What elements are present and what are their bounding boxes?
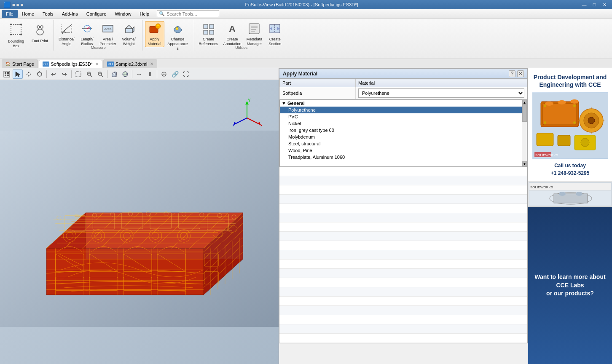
minimize-button[interactable]: — bbox=[580, 1, 588, 8]
search-icon: 🔍 bbox=[159, 11, 165, 16]
material-dropdown[interactable]: Polyurethene PVC Nickel Iron, grey cast … bbox=[358, 88, 524, 98]
material-item-iron[interactable]: Iron, grey cast type 60 bbox=[280, 127, 522, 134]
foot-print-label: Foot Print bbox=[32, 39, 48, 43]
svg-rect-41 bbox=[5, 72, 6, 74]
material-item-nickel[interactable]: Nickel bbox=[280, 120, 522, 127]
material-item-aluminum[interactable]: Treadplate, Aluminum 1060 bbox=[280, 154, 522, 161]
tb-select-box[interactable] bbox=[73, 70, 83, 79]
search-input[interactable] bbox=[166, 11, 217, 16]
panel-header: Apply Material ? ✕ bbox=[279, 69, 527, 79]
tab-sample-icon: 3D bbox=[107, 62, 114, 67]
grid-row-2 bbox=[279, 176, 527, 185]
tb-zoom-fit[interactable] bbox=[84, 70, 94, 79]
tab-softpedia-close[interactable]: ✕ bbox=[95, 62, 99, 67]
3d-model-svg bbox=[0, 93, 279, 364]
tab-sample-close[interactable]: ✕ bbox=[150, 62, 153, 66]
tab-softpedia[interactable]: 3D Softpedia.igs.ES3D* ✕ bbox=[39, 60, 102, 68]
tab-sample[interactable]: 3D Sample2.3dxml ✕ bbox=[103, 59, 157, 68]
title-bar-title: EnSuite-View (Build 20160203) - [Softped… bbox=[23, 2, 580, 7]
maximize-button[interactable]: □ bbox=[590, 1, 599, 8]
panel-title: Apply Material bbox=[283, 71, 317, 77]
svg-rect-203 bbox=[554, 194, 588, 203]
tab-start-page[interactable]: 🏠 Start Page bbox=[2, 59, 38, 68]
area-perimeter-button[interactable]: Area Area /Perimeter bbox=[98, 21, 118, 47]
title-bar-controls[interactable]: — □ ✕ bbox=[580, 1, 609, 8]
menu-item-addins[interactable]: Add-Ins bbox=[58, 10, 82, 18]
material-item-molybdenum[interactable]: Molybdenum bbox=[280, 134, 522, 140]
svg-line-58 bbox=[101, 75, 103, 77]
material-item-steel[interactable]: Steel, structural bbox=[280, 140, 522, 147]
panel-help-button[interactable]: ? bbox=[509, 70, 515, 77]
svg-text:Z: Z bbox=[232, 123, 235, 126]
scroll-down[interactable]: ▼ bbox=[522, 161, 527, 166]
tb-undo[interactable]: ↩ bbox=[48, 70, 59, 79]
svg-point-6 bbox=[37, 26, 40, 28]
apply-material-button[interactable]: ApplyMaterial bbox=[145, 21, 164, 47]
close-button[interactable]: ✕ bbox=[600, 1, 609, 8]
svg-point-5 bbox=[37, 29, 43, 35]
menu-item-tools[interactable]: Tools bbox=[38, 10, 58, 18]
svg-marker-49 bbox=[30, 73, 31, 75]
length-radius-label: Length/Radius bbox=[81, 37, 94, 46]
tb-pointer[interactable] bbox=[13, 70, 23, 79]
sep4 bbox=[132, 70, 132, 78]
panel-close-button[interactable]: ✕ bbox=[517, 70, 524, 77]
list-scrollbar[interactable]: ▲ ▼ bbox=[522, 100, 527, 166]
ad-phone: +1 248-932-5295 bbox=[551, 170, 590, 176]
tb-move[interactable]: ↔ bbox=[134, 70, 144, 79]
ad-bottom-line2: CCE Labs bbox=[556, 281, 584, 290]
scroll-thumb[interactable] bbox=[522, 105, 527, 122]
tb-sphere[interactable] bbox=[120, 70, 130, 79]
menu-item-home[interactable]: Home bbox=[18, 10, 38, 18]
grid-row-1 bbox=[279, 167, 527, 176]
svg-point-182 bbox=[573, 104, 576, 107]
bounding-box-button[interactable]: Bounding Box bbox=[3, 21, 29, 47]
svg-point-181 bbox=[544, 104, 546, 107]
material-cell[interactable]: Polyurethene PVC Nickel Iron, grey cast … bbox=[356, 87, 527, 99]
menu-item-window[interactable]: Window bbox=[110, 10, 135, 18]
tb-up[interactable]: ⬆ bbox=[145, 70, 155, 79]
svg-rect-20 bbox=[126, 29, 132, 33]
create-annotation-button[interactable]: A CreateAnnotation bbox=[221, 21, 244, 47]
table-row[interactable]: Softpedia Polyurethene PVC Nickel Iron, … bbox=[280, 87, 527, 99]
search-box[interactable]: 🔍 bbox=[157, 10, 219, 17]
svg-text:A: A bbox=[229, 24, 236, 34]
metadata-manager-button[interactable]: MetadataManager bbox=[244, 21, 265, 47]
tab-start-label: Start Page bbox=[12, 62, 34, 67]
menu-item-file[interactable]: File bbox=[2, 10, 18, 18]
change-appearances-button[interactable]: ChangeAppearances bbox=[165, 21, 191, 47]
volume-weight-button[interactable]: Volume/Weight bbox=[119, 21, 139, 47]
material-item-wood[interactable]: Wood, Pine bbox=[280, 147, 522, 154]
apply-material-label: ApplyMaterial bbox=[148, 37, 161, 46]
tb-measure-tool[interactable] bbox=[159, 70, 169, 79]
tb-fullscreen[interactable]: ⛶ bbox=[181, 70, 191, 79]
svg-point-184 bbox=[573, 121, 576, 124]
tabs-bar: 🏠 Start Page 3D Softpedia.igs.ES3D* ✕ 3D… bbox=[0, 59, 612, 68]
tb-rotate[interactable] bbox=[35, 70, 45, 79]
svg-rect-177 bbox=[543, 104, 577, 125]
svg-point-2 bbox=[20, 24, 22, 25]
tb-zoom-out[interactable] bbox=[95, 70, 105, 79]
menu-item-configure[interactable]: Configure bbox=[82, 10, 111, 18]
scroll-up[interactable]: ▲ bbox=[522, 100, 527, 105]
material-item-pvc[interactable]: PVC bbox=[280, 113, 522, 120]
distance-angle-button[interactable]: Distance/Angle bbox=[56, 21, 77, 47]
tb-link[interactable]: 🔗 bbox=[170, 70, 180, 79]
svg-text:SOLIDWORKS: SOLIDWORKS bbox=[530, 185, 553, 189]
menu-item-help[interactable]: Help bbox=[136, 10, 154, 18]
tb-box[interactable] bbox=[109, 70, 119, 79]
ribbon-group-measure: Distance/Angle Length/Radius Area Area /… bbox=[55, 20, 142, 51]
grid-row-16 bbox=[279, 306, 527, 315]
call-label: Call us today bbox=[554, 163, 586, 169]
create-section-button[interactable]: CreateSection bbox=[265, 21, 285, 47]
tb-select-all[interactable] bbox=[2, 70, 12, 79]
length-radius-button[interactable]: Length/Radius bbox=[78, 21, 97, 47]
foot-print-button[interactable]: Foot Print bbox=[30, 21, 50, 47]
area-perimeter-icon: Area bbox=[101, 23, 115, 36]
svg-point-71 bbox=[164, 73, 165, 75]
tb-redo[interactable]: ↪ bbox=[59, 70, 70, 79]
material-item-polyurethene[interactable]: Polyurethene bbox=[280, 107, 522, 113]
create-references-button[interactable]: CreateReferences bbox=[197, 21, 220, 47]
material-list-container[interactable]: ▼ General Polyurethene PVC Nickel Iron, … bbox=[279, 99, 527, 167]
tb-pan[interactable] bbox=[24, 70, 34, 79]
